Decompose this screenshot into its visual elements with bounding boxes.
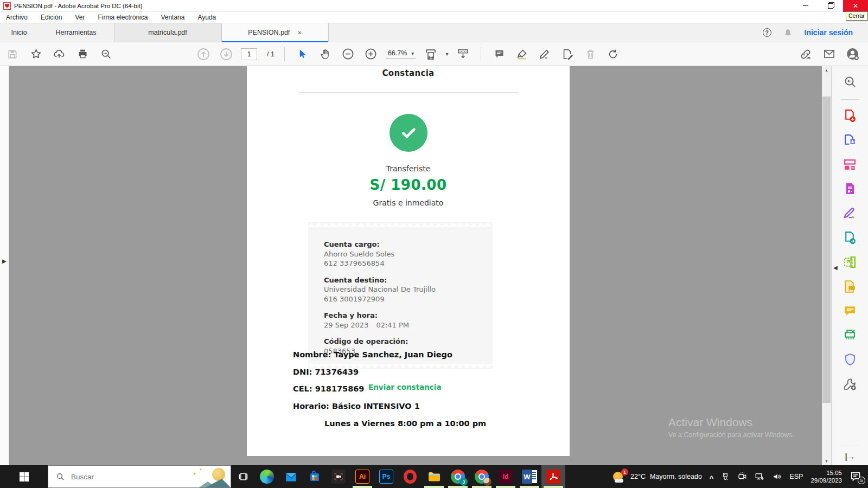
screen-recorder-icon[interactable] (327, 465, 350, 488)
toolbar-divider (481, 47, 481, 61)
account-avatar-icon[interactable] (844, 46, 860, 62)
protect-icon[interactable] (842, 351, 858, 368)
indesign-icon[interactable]: Id (494, 465, 518, 488)
menu-edicion[interactable]: Edición (41, 14, 62, 21)
tray-date: 29/09/2023 (810, 477, 842, 484)
search-input[interactable] (71, 473, 152, 481)
tab-herramientas[interactable]: Herramientas (38, 23, 114, 42)
usb-icon[interactable] (721, 472, 730, 481)
mail-app-icon[interactable] (279, 465, 303, 488)
comment-document-icon[interactable] (842, 278, 858, 294)
tab-matricula[interactable]: matricula.pdf (114, 23, 221, 42)
help-icon[interactable]: ? (763, 28, 771, 37)
export-share-icon[interactable] (842, 229, 858, 246)
language-indicator[interactable]: ESP (789, 473, 803, 480)
tab-pension[interactable]: PENSION.pdf ✕ (221, 23, 329, 42)
delete-icon[interactable] (582, 46, 598, 62)
zoom-level-control[interactable]: 66.7% ▾ (386, 49, 416, 59)
file-explorer-icon[interactable] (422, 465, 446, 488)
tab-close-icon[interactable]: ✕ (297, 30, 302, 36)
edit-pdf-icon[interactable] (842, 181, 858, 197)
acrobat-app-icon (3, 2, 11, 10)
restore-button[interactable] (818, 0, 843, 12)
share-cloud-icon[interactable] (51, 46, 67, 62)
menu-archivo[interactable]: Archivo (6, 14, 28, 21)
opera-browser-icon[interactable] (398, 465, 422, 488)
create-pdf-icon[interactable] (842, 107, 858, 124)
more-tools-icon[interactable] (842, 376, 858, 392)
success-check-icon (390, 114, 427, 152)
star-icon[interactable] (28, 46, 44, 62)
print-icon[interactable] (74, 46, 91, 62)
comment-icon[interactable] (491, 46, 507, 62)
scan-ocr-icon[interactable] (842, 327, 858, 343)
sign-pen-icon[interactable] (537, 46, 553, 62)
expand-left-pane-icon[interactable]: ▶ (2, 258, 7, 264)
select-tool-icon[interactable] (295, 46, 311, 62)
crop-pages-icon[interactable] (842, 254, 858, 270)
organize-pages-icon[interactable] (842, 156, 858, 172)
edge-browser-icon[interactable] (255, 465, 279, 488)
photoshop-icon[interactable]: Ps (374, 465, 398, 488)
zoom-in-icon[interactable] (363, 46, 379, 62)
network-icon[interactable] (755, 472, 764, 481)
comment-icon[interactable] (842, 303, 858, 319)
highlight-icon[interactable] (514, 46, 530, 62)
chevron-down-icon[interactable]: ▾ (445, 51, 448, 57)
menu-ver[interactable]: Ver (75, 14, 85, 21)
menu-firma[interactable]: Firma electrónica (98, 14, 148, 21)
search-icon[interactable] (98, 46, 114, 62)
chrome-profile2-icon[interactable] (470, 465, 494, 488)
menu-ayuda[interactable]: Ayuda (197, 14, 216, 21)
action-center-icon[interactable]: 5 (850, 471, 863, 483)
tab-pension-label: PENSION.pdf (248, 29, 290, 36)
sign-in-link[interactable]: Iniciar sesión (805, 28, 853, 37)
collapse-tools-pane-icon[interactable]: ◀ (833, 265, 838, 271)
search-icon (56, 472, 65, 481)
save-icon[interactable] (4, 46, 21, 62)
fit-width-icon[interactable] (423, 46, 439, 62)
share-link-icon[interactable] (797, 46, 814, 62)
microsoft-store-icon[interactable] (303, 465, 327, 488)
page-down-icon[interactable] (218, 46, 234, 62)
scrollbar-thumb[interactable] (822, 97, 831, 403)
search-tools-icon[interactable] (842, 74, 858, 90)
toolbar-menu-icon[interactable] (455, 46, 471, 62)
meet-now-icon[interactable] (737, 472, 747, 481)
volume-icon[interactable] (772, 472, 782, 481)
task-view-button[interactable] (231, 465, 255, 488)
tab-inicio[interactable]: Inicio (0, 23, 38, 42)
tray-chevron-icon[interactable]: ^ (710, 474, 714, 482)
bing-daily-decoration: ✦ ✦ (192, 466, 231, 487)
clock[interactable]: 15:05 29/09/2023 (810, 469, 842, 485)
minimize-button[interactable] (793, 0, 818, 12)
page-up-icon[interactable] (195, 46, 212, 62)
annotation-dni: DNI: 71376439 (293, 368, 359, 376)
open-tools-pane-icon[interactable]: |→ (845, 452, 855, 461)
scroll-down-icon[interactable]: ▼ (822, 457, 831, 465)
bell-icon[interactable] (783, 28, 793, 37)
export-pdf-icon[interactable] (842, 132, 858, 148)
word-icon[interactable]: W (518, 465, 541, 488)
weather-icon: 1 (613, 471, 626, 483)
vertical-scrollbar[interactable]: ▲ ▼ (822, 66, 831, 465)
zoom-out-icon[interactable] (340, 46, 356, 62)
scroll-up-icon[interactable]: ▲ (822, 66, 831, 74)
fill-sign-icon[interactable] (842, 205, 858, 221)
weather-widget[interactable]: 1 22°C Mayorm. soleado (613, 471, 702, 483)
illustrator-icon[interactable]: Ai (350, 465, 374, 488)
hand-tool-icon[interactable] (317, 46, 334, 62)
left-panel-collapsed[interactable]: ▶ (0, 66, 9, 465)
close-button[interactable]: ✕ (843, 0, 868, 12)
page-number-input[interactable] (241, 48, 257, 60)
acrobat-taskbar-icon[interactable] (541, 465, 565, 488)
edit-page-icon[interactable] (559, 46, 576, 62)
chrome-profile1-icon[interactable]: J (446, 465, 470, 488)
menu-ventana[interactable]: Ventana (161, 14, 184, 21)
start-button[interactable] (0, 465, 48, 488)
enviar-constancia-link[interactable]: Enviar constancia (368, 383, 442, 391)
taskbar-search[interactable]: ✦ ✦ (48, 465, 231, 488)
refresh-icon[interactable] (605, 46, 621, 62)
email-icon[interactable] (821, 46, 837, 62)
system-tray: 1 22°C Mayorm. soleado ^ ESP 15:05 29/09… (613, 465, 868, 488)
